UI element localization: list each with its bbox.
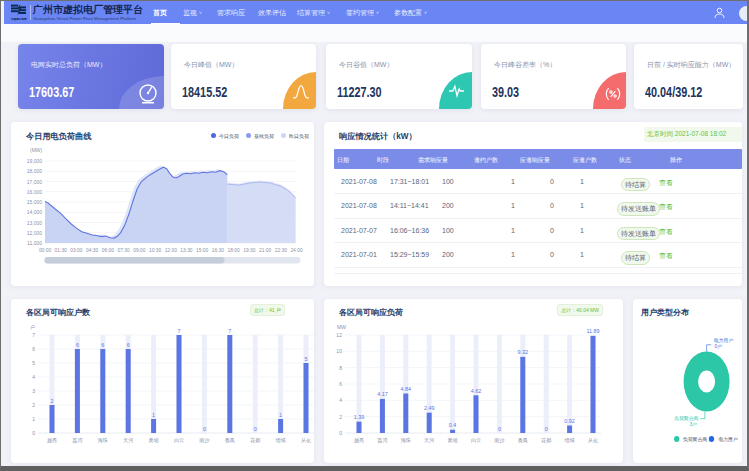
svg-text:4: 4 <box>339 397 342 403</box>
svg-text:15,000: 15,000 <box>27 199 43 205</box>
svg-text:南沙: 南沙 <box>494 437 505 444</box>
svg-text:13:30: 13:30 <box>180 248 193 253</box>
svg-text:12: 12 <box>336 332 342 338</box>
svg-text:14,000: 14,000 <box>27 209 43 215</box>
svg-text:花都: 花都 <box>541 437 551 444</box>
svg-text:黄埔: 黄埔 <box>448 437 458 443</box>
svg-text:天河: 天河 <box>424 437 435 444</box>
svg-text:7: 7 <box>32 332 35 338</box>
svg-text:0: 0 <box>254 426 257 432</box>
svg-text:13,000: 13,000 <box>27 220 43 226</box>
svg-text:4: 4 <box>32 374 35 380</box>
svg-text:19:30: 19:30 <box>243 248 256 253</box>
svg-text:花都: 花都 <box>250 437 260 444</box>
svg-text:2: 2 <box>51 398 54 404</box>
svg-text:1: 1 <box>279 412 282 418</box>
svg-text:3户: 3户 <box>690 421 698 427</box>
svg-text:越秀: 越秀 <box>47 437 57 444</box>
svg-text:22:30: 22:30 <box>275 248 288 253</box>
svg-text:3: 3 <box>32 388 35 394</box>
svg-text:(MW): (MW) <box>30 147 43 153</box>
svg-text:白云: 白云 <box>471 437 481 443</box>
svg-text:10:30: 10:30 <box>149 248 162 253</box>
svg-text:19,000: 19,000 <box>27 158 43 164</box>
svg-text:5: 5 <box>305 356 308 362</box>
svg-text:21:00: 21:00 <box>259 248 272 253</box>
svg-text:15:00: 15:00 <box>196 248 209 253</box>
svg-text:1: 1 <box>32 416 35 422</box>
svg-text:2.49: 2.49 <box>424 405 435 411</box>
svg-text:电力用户: 电力用户 <box>719 436 738 443</box>
svg-text:增城: 增城 <box>564 437 575 443</box>
svg-text:从化: 从化 <box>301 437 311 444</box>
svg-text:07:30: 07:30 <box>117 248 130 253</box>
svg-text:4.62: 4.62 <box>471 388 482 394</box>
svg-text:6: 6 <box>339 381 342 387</box>
svg-text:01:30: 01:30 <box>55 248 68 253</box>
svg-text:荔湾: 荔湾 <box>72 437 83 444</box>
svg-text:越秀: 越秀 <box>354 437 364 444</box>
svg-text:12,000: 12,000 <box>27 230 43 236</box>
svg-text:6: 6 <box>127 342 130 348</box>
svg-text:9.32: 9.32 <box>518 349 529 355</box>
svg-text:11.89: 11.89 <box>586 328 599 334</box>
svg-text:10: 10 <box>336 348 342 354</box>
svg-text:户: 户 <box>30 324 35 330</box>
svg-text:6: 6 <box>101 342 104 348</box>
svg-text:番禺: 番禺 <box>225 437 235 444</box>
svg-text:海珠: 海珠 <box>401 437 411 444</box>
svg-text:0.4: 0.4 <box>449 422 457 428</box>
svg-text:MW: MW <box>337 324 346 330</box>
svg-text:5: 5 <box>32 360 35 366</box>
svg-text:从化: 从化 <box>588 437 598 444</box>
svg-text:0: 0 <box>32 430 35 436</box>
svg-text:负荷聚合商: 负荷聚合商 <box>674 415 699 422</box>
svg-text:黄埔: 黄埔 <box>149 437 159 443</box>
svg-text:白云: 白云 <box>174 437 184 443</box>
svg-text:24:00: 24:00 <box>290 248 303 253</box>
svg-text:0户: 0户 <box>715 343 723 349</box>
svg-text:7: 7 <box>228 328 231 334</box>
svg-text:1: 1 <box>152 412 155 418</box>
svg-text:00:00: 00:00 <box>39 248 52 253</box>
svg-text:增城: 增城 <box>275 437 286 443</box>
svg-text:负荷聚合商: 负荷聚合商 <box>683 436 707 443</box>
svg-text:16:30: 16:30 <box>212 248 225 253</box>
svg-text:18:00: 18:00 <box>228 248 241 253</box>
svg-text:南沙: 南沙 <box>199 437 210 444</box>
svg-text:4.17: 4.17 <box>377 391 388 397</box>
svg-text:09:00: 09:00 <box>133 248 146 253</box>
svg-text:0: 0 <box>339 430 342 436</box>
svg-text:6: 6 <box>76 342 79 348</box>
svg-text:天河: 天河 <box>123 437 134 444</box>
svg-text:11,000: 11,000 <box>27 240 42 246</box>
svg-text:06:00: 06:00 <box>102 248 115 253</box>
svg-text:04:30: 04:30 <box>86 248 99 253</box>
svg-text:6: 6 <box>32 346 35 352</box>
svg-text:荔湾: 荔湾 <box>377 437 388 444</box>
svg-text:16,000: 16,000 <box>27 189 43 195</box>
svg-text:03:00: 03:00 <box>70 248 83 253</box>
svg-text:番禺: 番禺 <box>518 437 528 444</box>
svg-text:海珠: 海珠 <box>98 437 108 444</box>
svg-text:0: 0 <box>545 426 548 432</box>
svg-text:0: 0 <box>203 426 206 432</box>
svg-text:18,000: 18,000 <box>27 168 43 174</box>
svg-text:2: 2 <box>32 402 35 408</box>
svg-text:17,000: 17,000 <box>27 179 43 185</box>
svg-text:2: 2 <box>339 414 342 420</box>
svg-text:0: 0 <box>498 426 501 432</box>
svg-text:1.39: 1.39 <box>354 414 365 420</box>
svg-text:0.92: 0.92 <box>564 418 575 424</box>
svg-text:7: 7 <box>178 328 181 334</box>
svg-text:4.84: 4.84 <box>401 386 412 392</box>
svg-text:12:00: 12:00 <box>165 248 178 253</box>
svg-text:8: 8 <box>339 365 342 371</box>
